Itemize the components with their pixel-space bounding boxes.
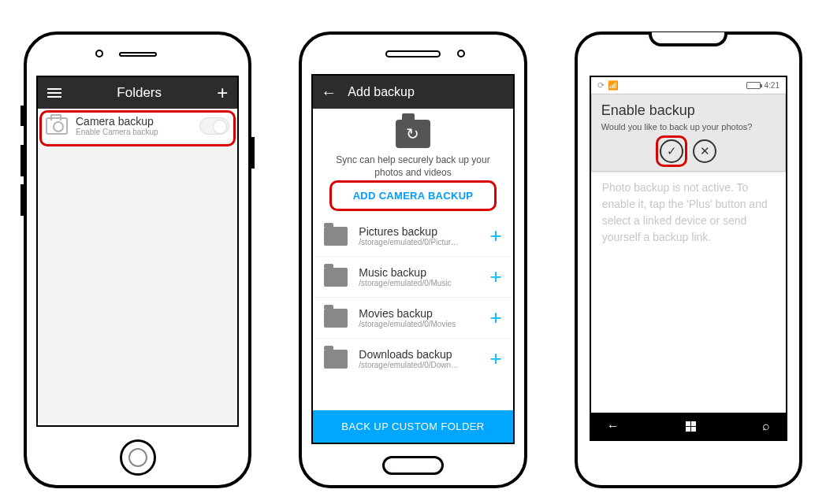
- folder-icon: [324, 309, 348, 328]
- windows-screen: ⟳📶 4:21 Enable backup Would you like to …: [590, 76, 787, 441]
- earpiece-icon: [119, 52, 157, 57]
- windows-device: ⟳📶 4:21 Enable backup Would you like to …: [575, 32, 802, 488]
- search-icon[interactable]: ⌕: [762, 419, 770, 433]
- windows-nav-bar: ← ⌕: [591, 413, 786, 439]
- item-title: Music backup: [359, 266, 451, 279]
- folder-icon: [324, 227, 348, 246]
- camera-backup-row[interactable]: Camera backup Enable Camera backup: [38, 109, 237, 143]
- item-path: /storage/emulated/0/Pictur…: [359, 238, 459, 246]
- sync-icon: ⟳: [597, 80, 605, 91]
- backup-inactive-text: Photo backup is not active. To enable it…: [591, 172, 786, 254]
- list-item[interactable]: Pictures backup/storage/emulated/0/Pictu…: [313, 216, 512, 256]
- cancel-button[interactable]: ✕: [693, 139, 716, 163]
- list-item[interactable]: Music backup/storage/emulated/0/Music +: [313, 256, 512, 297]
- signal-icons: ⟳📶: [597, 80, 619, 91]
- front-camera-icon: [95, 50, 103, 57]
- folder-icon: [324, 350, 348, 369]
- menu-icon[interactable]: [47, 86, 61, 100]
- add-backup-header: ← Add backup: [313, 76, 512, 109]
- iphone-screen: Folders + Camera backup Enable Camera ba…: [36, 76, 239, 427]
- plus-icon[interactable]: +: [489, 346, 501, 371]
- sync-description: Sync can help securely back up your phot…: [327, 154, 498, 179]
- power-button: [251, 137, 255, 169]
- confirm-button[interactable]: ✓: [660, 139, 683, 163]
- start-icon[interactable]: [686, 421, 696, 432]
- volume-down: [20, 184, 24, 216]
- item-path: /storage/emulated/0/Movies: [359, 320, 456, 328]
- status-time: 4:21: [765, 81, 779, 90]
- iphone-device: Folders + Camera backup Enable Camera ba…: [24, 32, 251, 488]
- mute-switch: [20, 106, 24, 126]
- android-device: ← Add backup Sync can help securely back…: [299, 32, 526, 488]
- item-path: /storage/emulated/0/Music: [359, 279, 451, 287]
- status-bar: ⟳📶 4:21: [591, 77, 786, 94]
- add-camera-backup-button[interactable]: ADD CAMERA BACKUP: [347, 187, 480, 205]
- row-title: Camera backup: [76, 115, 158, 128]
- header-title: Add backup: [348, 85, 415, 99]
- battery-icon: [746, 82, 761, 89]
- volume-up: [20, 145, 24, 176]
- backup-list: Pictures backup/storage/emulated/0/Pictu…: [313, 216, 512, 410]
- back-icon[interactable]: ←: [321, 87, 337, 98]
- item-title: Movies backup: [359, 307, 456, 320]
- home-button[interactable]: [382, 456, 444, 475]
- item-title: Pictures backup: [359, 225, 459, 238]
- back-icon[interactable]: ←: [607, 419, 620, 433]
- header-title: Folders: [117, 85, 162, 101]
- android-screen: ← Add backup Sync can help securely back…: [311, 74, 514, 444]
- list-item[interactable]: Movies backup/storage/emulated/0/Movies …: [313, 297, 512, 338]
- dialog-prompt: Would you like to back up your photos?: [601, 122, 776, 132]
- home-button[interactable]: [120, 439, 156, 476]
- plus-icon[interactable]: +: [489, 224, 501, 248]
- front-camera-icon: [457, 50, 465, 57]
- plus-icon[interactable]: +: [489, 265, 501, 289]
- plus-icon[interactable]: +: [489, 306, 501, 330]
- item-title: Downloads backup: [359, 348, 459, 361]
- row-subtitle: Enable Camera backup: [76, 128, 158, 136]
- item-path: /storage/emulated/0/Down…: [359, 361, 459, 369]
- camera-sync-icon: [396, 120, 430, 148]
- backup-custom-folder-button[interactable]: BACK UP CUSTOM FOLDER: [313, 410, 512, 443]
- list-item[interactable]: Downloads backup/storage/emulated/0/Down…: [313, 338, 512, 379]
- enable-backup-dialog: Enable backup Would you like to back up …: [591, 94, 786, 172]
- earpiece-notch: [649, 32, 727, 46]
- dialog-title: Enable backup: [601, 102, 776, 119]
- add-icon[interactable]: +: [217, 86, 228, 100]
- backup-intro: Sync can help securely back up your phot…: [313, 109, 512, 216]
- folder-icon: [324, 268, 348, 287]
- signal-icon: 📶: [608, 80, 619, 91]
- folders-header: Folders +: [38, 77, 237, 109]
- camera-icon: [46, 117, 68, 135]
- earpiece-icon: [385, 50, 441, 57]
- camera-backup-toggle[interactable]: [199, 117, 229, 135]
